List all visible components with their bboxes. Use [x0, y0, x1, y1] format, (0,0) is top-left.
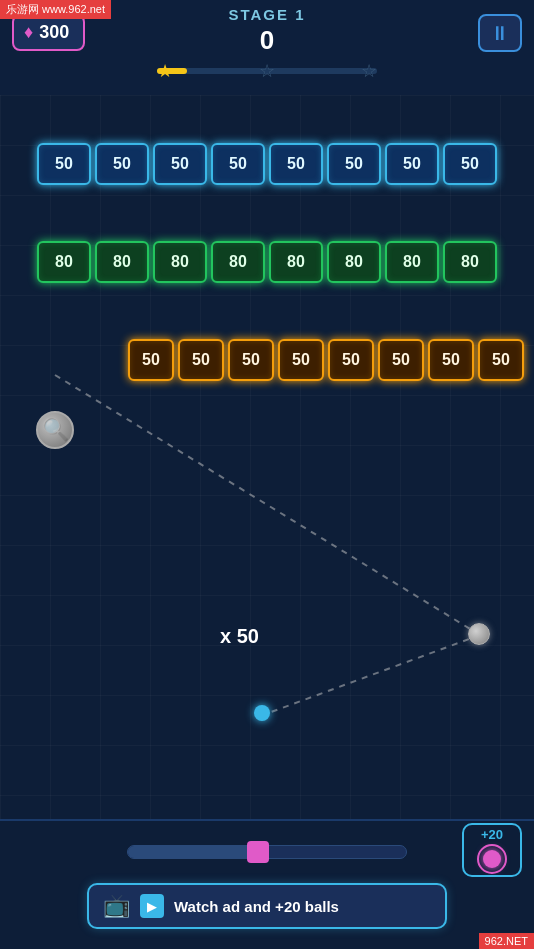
star-1-icon: ★	[157, 60, 173, 82]
pause-button[interactable]: ⏸	[478, 14, 522, 52]
game-area: 50 50 50 50 50 50 50 50 80 80 80 80 80 8…	[0, 95, 534, 819]
brick-orange-5[interactable]: 50	[328, 339, 374, 381]
brick-green-1[interactable]: 80	[37, 241, 91, 283]
brick-blue-1[interactable]: 50	[37, 143, 91, 185]
brick-blue-4[interactable]: 50	[211, 143, 265, 185]
stars-container: ★ ☆ ☆	[157, 59, 377, 83]
green-brick-row: 80 80 80 80 80 80 80 80	[0, 241, 534, 283]
gem-count: 300	[39, 22, 69, 43]
brick-orange-4[interactable]: 50	[278, 339, 324, 381]
brick-green-7[interactable]: 80	[385, 241, 439, 283]
plus20-inner	[483, 850, 501, 868]
pause-icon: ⏸	[490, 22, 510, 45]
plus20-circle	[477, 844, 507, 874]
shooter-bar-fill	[128, 846, 258, 858]
tv-icon: 📺	[103, 893, 130, 919]
star-3-icon: ☆	[361, 60, 377, 82]
brick-green-8[interactable]: 80	[443, 241, 497, 283]
brick-blue-6[interactable]: 50	[327, 143, 381, 185]
svg-line-0	[55, 375, 480, 635]
brick-orange-3[interactable]: 50	[228, 339, 274, 381]
brick-blue-3[interactable]: 50	[153, 143, 207, 185]
brick-green-4[interactable]: 80	[211, 241, 265, 283]
brick-green-6[interactable]: 80	[327, 241, 381, 283]
brick-blue-2[interactable]: 50	[95, 143, 149, 185]
brick-blue-5[interactable]: 50	[269, 143, 323, 185]
launch-ball	[254, 705, 270, 721]
svg-line-1	[263, 635, 480, 715]
gem-counter: ♦ 300	[12, 14, 85, 51]
watermark-bottom: 962.NET	[479, 933, 534, 949]
brick-green-5[interactable]: 80	[269, 241, 323, 283]
shooter-slider[interactable]	[127, 845, 407, 859]
ad-text: Watch ad and +20 balls	[174, 898, 339, 915]
ball-count-label: x 50	[220, 625, 259, 648]
brick-orange-6[interactable]: 50	[378, 339, 424, 381]
star-2-icon: ☆	[259, 60, 275, 82]
plus20-button[interactable]: +20	[462, 823, 522, 877]
brick-orange-8[interactable]: 50	[478, 339, 524, 381]
ball	[468, 623, 490, 645]
brick-orange-1[interactable]: 50	[128, 339, 174, 381]
score-display: 0	[260, 25, 274, 56]
play-icon: ▶	[140, 894, 164, 918]
bottom-panel: +20 📺 ▶ Watch ad and +20 balls	[0, 819, 534, 949]
orange-brick-row: 50 50 50 50 50 50 50 50	[60, 339, 534, 381]
gem-icon: ♦	[24, 22, 33, 43]
brick-orange-2[interactable]: 50	[178, 339, 224, 381]
watermark-top: 乐游网 www.962.net	[0, 0, 111, 19]
brick-green-2[interactable]: 80	[95, 241, 149, 283]
brick-green-3[interactable]: 80	[153, 241, 207, 283]
brick-orange-7[interactable]: 50	[428, 339, 474, 381]
brick-blue-7[interactable]: 50	[385, 143, 439, 185]
shooter-handle[interactable]	[247, 841, 269, 863]
brick-blue-8[interactable]: 50	[443, 143, 497, 185]
blue-brick-row: 50 50 50 50 50 50 50 50	[0, 143, 534, 185]
watch-ad-banner[interactable]: 📺 ▶ Watch ad and +20 balls	[87, 883, 447, 929]
plus20-label: +20	[481, 827, 503, 842]
fingerprint-ball: 🔍	[36, 411, 74, 449]
stage-label: STAGE 1	[228, 6, 305, 23]
